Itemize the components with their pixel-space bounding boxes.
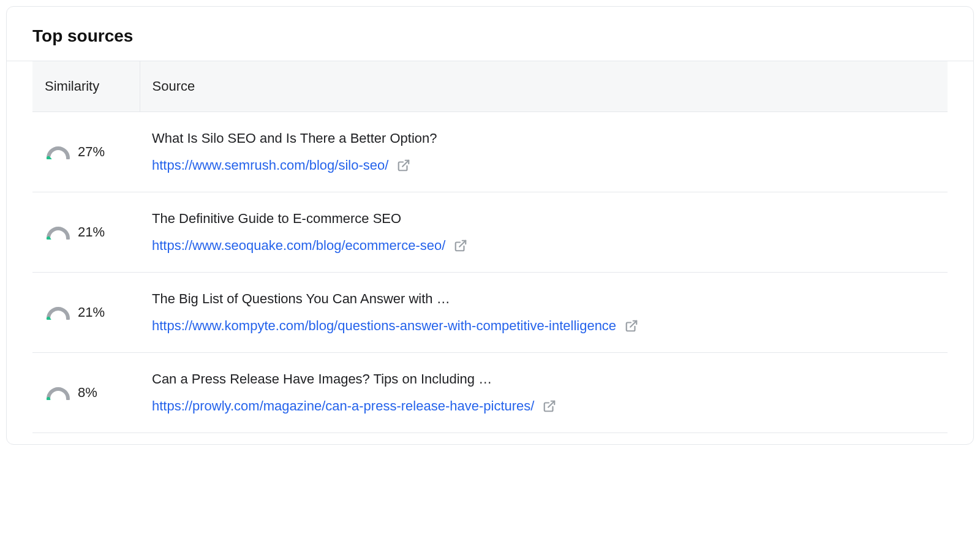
gauge-icon [45, 145, 72, 159]
similarity-cell: 21% [32, 273, 140, 353]
table-row: 27%What Is Silo SEO and Is There a Bette… [32, 112, 948, 192]
similarity-value: 27% [78, 144, 105, 160]
top-sources-card: Top sources Similarity Source 27%What Is… [6, 6, 974, 445]
sources-table: Similarity Source 27%What Is Silo SEO an… [32, 61, 948, 433]
external-link-icon[interactable] [397, 159, 410, 172]
similarity-value: 8% [78, 385, 97, 401]
similarity-value: 21% [78, 304, 105, 320]
table-row: 21%The Definitive Guide to E-commerce SE… [32, 192, 948, 273]
source-cell: The Big List of Questions You Can Answer… [140, 273, 948, 353]
similarity-value: 21% [78, 224, 105, 240]
svg-line-0 [403, 161, 409, 167]
external-link-icon[interactable] [454, 239, 467, 252]
source-cell: Can a Press Release Have Images? Tips on… [140, 353, 948, 433]
col-header-source: Source [140, 61, 948, 112]
source-cell: The Definitive Guide to E-commerce SEOht… [140, 192, 948, 273]
card-title: Top sources [7, 7, 973, 61]
source-link[interactable]: https://www.seoquake.com/blog/ecommerce-… [152, 238, 445, 254]
external-link-icon[interactable] [543, 399, 556, 413]
svg-line-1 [459, 241, 466, 247]
external-link-icon[interactable] [625, 319, 638, 333]
source-cell: What Is Silo SEO and Is There a Better O… [140, 112, 948, 192]
similarity-cell: 27% [32, 112, 140, 192]
source-title: The Big List of Questions You Can Answer… [152, 291, 935, 307]
source-link[interactable]: https://prowly.com/magazine/can-a-press-… [152, 398, 534, 414]
source-link[interactable]: https://www.kompyte.com/blog/questions-a… [152, 318, 616, 334]
source-title: Can a Press Release Have Images? Tips on… [152, 371, 935, 387]
gauge-icon [45, 225, 72, 240]
table-container: Similarity Source 27%What Is Silo SEO an… [7, 61, 973, 444]
gauge-icon [45, 385, 72, 400]
source-link[interactable]: https://www.semrush.com/blog/silo-seo/ [152, 157, 388, 173]
source-title: What Is Silo SEO and Is There a Better O… [152, 130, 935, 146]
gauge-icon [45, 305, 72, 320]
source-title: The Definitive Guide to E-commerce SEO [152, 211, 935, 227]
col-header-similarity: Similarity [32, 61, 140, 112]
similarity-cell: 21% [32, 192, 140, 273]
table-row: 8%Can a Press Release Have Images? Tips … [32, 353, 948, 433]
svg-line-2 [630, 321, 636, 327]
table-row: 21%The Big List of Questions You Can Ans… [32, 273, 948, 353]
similarity-cell: 8% [32, 353, 140, 433]
svg-line-3 [549, 401, 555, 407]
